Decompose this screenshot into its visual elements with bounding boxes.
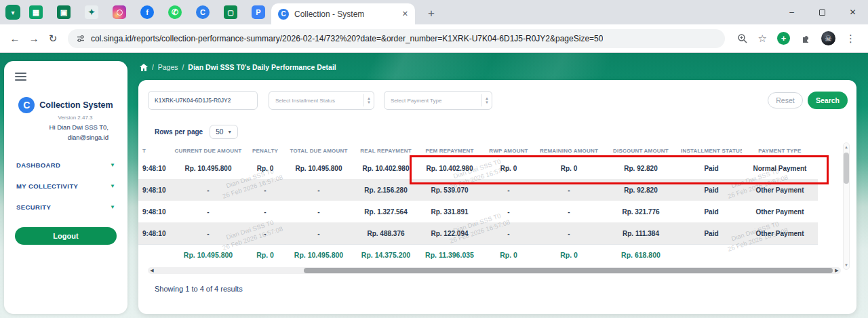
pinned-tab-whatsapp-icon[interactable]: ✆ <box>168 5 182 19</box>
pinned-tab-box-icon[interactable]: ▣ <box>57 5 71 19</box>
sidebar-item-dashboard[interactable]: DASHBOARD ▼ <box>15 155 117 176</box>
extensions-puzzle-icon[interactable] <box>800 33 811 44</box>
column-header[interactable]: TOTAL DUE AMOUNT <box>285 148 353 154</box>
bookmark-star-icon[interactable]: ☆ <box>758 33 767 45</box>
url-text: col.singa.id/reports/collection-performa… <box>91 34 603 43</box>
pinned-tab-green-square-icon[interactable]: ▢ <box>224 5 237 19</box>
spinner-arrows-icon: ▲▼ <box>363 94 371 106</box>
reset-button[interactable]: Reset <box>768 92 803 108</box>
status-badge: Paid <box>681 208 742 216</box>
search-button[interactable]: Search <box>808 92 848 109</box>
pinned-tab-collection-icon[interactable]: C <box>196 5 210 19</box>
table-totals-row: Rp. 10.495.800 Rp. 0 Rp. 10.495.800 Rp. … <box>138 244 818 264</box>
pinned-tab-p-icon[interactable]: P <box>252 5 265 19</box>
content-card: Select Installment Status ▲▼ Select Paym… <box>138 80 856 314</box>
column-header[interactable]: CURRENT DUE AMOUNT <box>171 148 245 154</box>
order-number-input[interactable] <box>148 91 258 110</box>
column-header[interactable]: REMAINING AMOUNT <box>537 148 601 154</box>
app-logo: C Collection System <box>15 97 117 113</box>
close-window-button[interactable]: ✕ <box>837 0 868 24</box>
scroll-right-icon[interactable]: ▶ <box>833 268 841 273</box>
horizontal-scrollbar-thumb[interactable] <box>304 268 833 273</box>
column-header[interactable]: PAYMENT TYPE <box>742 148 818 154</box>
tab-favicon-icon: C <box>278 9 289 20</box>
column-header[interactable]: REAL REPAYMENT <box>353 148 419 154</box>
column-header[interactable]: RWP AMOUNT <box>480 148 537 154</box>
payment-type-select[interactable]: Select Payment Type ▲▼ <box>384 91 492 110</box>
pinned-tab-instagram-icon[interactable] <box>113 5 126 19</box>
app-version: Version 2.47.3 <box>15 115 117 121</box>
column-header[interactable]: DISCOUNT AMOUNT <box>601 148 681 154</box>
logout-button[interactable]: Logout <box>15 227 117 245</box>
logo-icon: C <box>18 97 35 113</box>
table-header-row: T CURRENT DUE AMOUNT PENALTY TOTAL DUE A… <box>138 144 818 157</box>
table-row[interactable]: 9:48:10 - - - Rp. 1.327.564 Rp. 331.891 … <box>138 201 818 222</box>
chevron-down-icon: ▼ <box>110 183 115 189</box>
hamburger-menu-icon[interactable] <box>15 73 26 81</box>
chevron-down-icon: ▼ <box>110 204 115 210</box>
chevron-down-icon: ▼ <box>110 162 115 168</box>
column-header[interactable]: T <box>138 148 171 154</box>
reload-icon[interactable]: ↻ <box>43 29 62 48</box>
site-info-icon[interactable] <box>76 34 85 43</box>
status-badge: Paid <box>681 186 742 194</box>
menu-dots-icon[interactable]: ⋮ <box>846 33 856 45</box>
spinner-arrows-icon: ▲▼ <box>481 94 489 106</box>
column-header[interactable]: PEM REPAYMENT <box>419 148 480 154</box>
vertical-scrollbar[interactable]: ▲ ▼ <box>843 142 850 270</box>
toolbar-right-icons: ☆ + ☠ ⋮ <box>730 31 863 45</box>
window-controls: – ✕ <box>776 0 868 24</box>
tab-title: Collection - System <box>294 9 397 19</box>
home-icon[interactable] <box>140 64 148 71</box>
rows-per-page: Rows per page 50 ▼ <box>155 125 238 139</box>
column-header[interactable]: INSTALLMENT STATUS <box>681 148 742 154</box>
column-header[interactable]: PENALTY <box>245 148 285 154</box>
chevron-down-icon: ▼ <box>227 130 232 134</box>
forward-icon[interactable]: → <box>24 29 43 48</box>
browser-toolbar: ← → ↻ col.singa.id/reports/collection-pe… <box>0 24 868 53</box>
results-count-text: Showing 1 to 4 of 4 results <box>155 285 243 293</box>
sidebar-item-security[interactable]: SECURITY ▼ <box>15 197 117 218</box>
horizontal-scrollbar[interactable]: ◀ ▶ <box>148 267 841 274</box>
status-badge: Paid <box>681 230 742 237</box>
maximize-button[interactable] <box>807 0 837 24</box>
profile-avatar[interactable]: ☠ <box>821 31 835 45</box>
page-background: C Collection System Version 2.47.3 Hi Di… <box>0 53 868 318</box>
sidebar: C Collection System Version 2.47.3 Hi Di… <box>4 61 127 314</box>
sidebar-item-my-collectivity[interactable]: MY COLLECTIVITY ▼ <box>15 176 117 197</box>
tab-search-chevron-icon[interactable]: ▾ <box>5 5 20 20</box>
extension-plus-icon[interactable]: + <box>777 32 790 45</box>
browser-tab-strip: ▾ ▦ ▣ ✦ f ✆ C ▢ P C Collection - System … <box>0 0 868 24</box>
tab-close-icon[interactable]: ✕ <box>402 9 408 18</box>
sidebar-menu: DASHBOARD ▼ MY COLLECTIVITY ▼ SECURITY ▼ <box>15 155 117 218</box>
installment-status-select[interactable]: Select Installment Status ▲▼ <box>269 91 374 110</box>
table-row[interactable]: 9:48:10 - - - Rp. 488.376 Rp. 122.094 - … <box>138 222 818 244</box>
status-badge: Paid <box>681 165 742 172</box>
table-row[interactable]: 9:48:10 - - - Rp. 2.156.280 Rp. 539.070 … <box>138 179 818 201</box>
pinned-tabs: ▦ ▣ ✦ f ✆ C ▢ P <box>29 5 265 19</box>
results-table: T CURRENT DUE AMOUNT PENALTY TOTAL DUE A… <box>138 144 818 264</box>
breadcrumb-pages[interactable]: Pages <box>158 63 178 71</box>
scroll-up-icon[interactable]: ▲ <box>844 143 848 151</box>
scroll-down-icon[interactable]: ▼ <box>844 261 848 269</box>
page-title: Dian Dwi SSS T0's Daily Performance Deta… <box>188 63 336 71</box>
app-name: Collection System <box>39 100 113 110</box>
scroll-left-icon[interactable]: ◀ <box>148 268 156 273</box>
user-greeting: Hi Dian Dwi SSS T0, <box>15 123 117 131</box>
pinned-tab-bird-icon[interactable]: ✦ <box>85 5 98 19</box>
pinned-tab-grid-icon[interactable]: ▦ <box>29 5 43 19</box>
rows-per-page-select[interactable]: 50 ▼ <box>210 125 238 139</box>
pinned-tab-facebook-icon[interactable]: f <box>140 5 154 19</box>
table-row[interactable]: 9:48:10 Rp. 10.495.800 Rp. 0 Rp. 10.495.… <box>138 157 818 179</box>
minimize-button[interactable]: – <box>776 0 807 24</box>
user-email: dian@singa.id <box>15 134 117 141</box>
vertical-scrollbar-thumb[interactable] <box>844 153 849 184</box>
new-tab-button[interactable]: + <box>422 4 441 23</box>
back-icon[interactable]: ← <box>5 29 24 48</box>
address-bar[interactable]: col.singa.id/reports/collection-performa… <box>68 29 725 48</box>
zoom-icon[interactable] <box>737 33 748 44</box>
breadcrumb: / Pages / Dian Dwi SSS T0's Daily Perfor… <box>140 63 336 71</box>
active-tab[interactable]: C Collection - System ✕ <box>271 3 415 24</box>
